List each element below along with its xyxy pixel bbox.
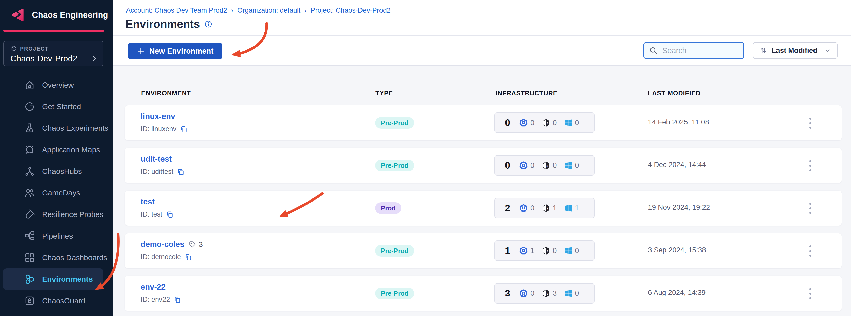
environment-name-link[interactable]: linux-env — [141, 112, 175, 121]
new-environment-button[interactable]: New Environment — [128, 42, 222, 59]
row-menu-kebab-icon[interactable] — [803, 243, 817, 259]
windows-icon — [564, 289, 573, 298]
environment-type-badge: Pre-Prod — [375, 117, 414, 129]
row-menu-kebab-icon[interactable] — [803, 286, 817, 301]
network-icon — [24, 166, 35, 177]
sidebar-item-label: Get Started — [42, 102, 81, 111]
sidebar-item-label: Resilience Probes — [42, 210, 103, 219]
copy-icon[interactable] — [166, 211, 174, 218]
table-rows: linux-env ID: linuxenv Pre-Prod — [125, 105, 842, 316]
sort-dropdown[interactable]: Last Modified — [753, 42, 838, 59]
new-environment-button-label: New Environment — [149, 47, 213, 55]
sidebar-item-get-started[interactable]: Get Started — [0, 96, 113, 117]
breadcrumb-separator: › — [305, 7, 307, 14]
infrastructure-total: 0 — [505, 160, 510, 171]
kubernetes-count: 0 — [530, 289, 534, 297]
chaos-engineering-app: Chaos Engineering PROJE — [0, 0, 868, 316]
column-header-infrastructure: INFRASTRUCTURE — [496, 90, 558, 97]
test-tube-icon — [24, 209, 35, 220]
windows-icon — [564, 161, 573, 170]
environment-name-link[interactable]: udit-test — [141, 154, 172, 164]
row-menu-kebab-icon[interactable] — [803, 201, 817, 216]
search-icon — [649, 46, 658, 55]
linux-infra-icon: $ — [541, 204, 551, 213]
environments-list: ENVIRONMENT TYPE INFRASTRUCTURE LAST MOD… — [113, 66, 851, 316]
infrastructure-summary: 0 0 — [494, 112, 595, 133]
svg-text:$: $ — [547, 122, 548, 125]
copy-icon[interactable] — [174, 296, 181, 304]
content-right-gutter — [851, 0, 868, 316]
breadcrumb-separator: › — [231, 7, 233, 14]
sidebar-item-chaoshubs[interactable]: ChaosHubs — [0, 161, 113, 182]
project-selector[interactable]: PROJECT Chaos-Dev-Prod2 — [3, 40, 103, 66]
last-modified: 3 Sep 2024, 15:38 — [648, 246, 706, 254]
linux-infra-icon: $ — [541, 246, 551, 255]
sidebar-item-chaosguard[interactable]: ChaosGuard — [0, 290, 113, 311]
last-modified: 4 Dec 2024, 14:44 — [648, 161, 706, 169]
copy-icon[interactable] — [180, 125, 188, 133]
sidebar-item-chaos-dashboards[interactable]: Chaos Dashboards — [0, 247, 113, 268]
last-modified: 19 Nov 2024, 19:22 — [648, 203, 710, 211]
hexagons-icon — [24, 274, 35, 285]
target-icon — [24, 144, 35, 155]
toolbar: New Environment Last Modified — [113, 36, 851, 66]
breadcrumb-account[interactable]: Account: Chaos Dev Team Prod2 — [126, 7, 227, 15]
environment-name-link[interactable]: demo-coles — [141, 240, 184, 249]
linux-count: 0 — [553, 247, 557, 255]
chevron-down-icon — [824, 47, 832, 54]
search-box — [643, 42, 744, 59]
plus-icon — [137, 47, 145, 55]
infrastructure-summary: 2 0 — [494, 198, 595, 218]
sort-arrows-icon — [759, 46, 768, 55]
environment-row[interactable]: linux-env ID: linuxenv Pre-Prod — [125, 105, 842, 140]
sidebar-item-gamedays[interactable]: GameDays — [0, 182, 113, 204]
kubernetes-count: 1 — [530, 247, 534, 255]
sidebar-item-resilience-probes[interactable]: Resilience Probes — [0, 204, 113, 225]
environment-id: ID: env22 — [141, 296, 170, 304]
environment-id: ID: test — [141, 210, 162, 218]
column-header-environment: ENVIRONMENT — [141, 90, 191, 97]
row-menu-kebab-icon[interactable] — [803, 115, 817, 131]
chevron-right-icon — [90, 55, 98, 62]
environment-row[interactable]: test ID: test Prod — [125, 191, 842, 226]
environment-row[interactable]: udit-test ID: udittest Pre-Prod — [125, 148, 842, 183]
environment-row[interactable]: demo-coles 3 ID: democole — [125, 233, 842, 268]
column-header-type: TYPE — [375, 90, 393, 97]
sidebar-item-label: Overview — [42, 81, 74, 89]
windows-count: 0 — [575, 247, 579, 255]
breadcrumb-project[interactable]: Project: Chaos-Dev-Prod2 — [311, 7, 391, 15]
search-input[interactable] — [662, 46, 760, 55]
flask-icon — [24, 123, 35, 134]
environment-type-badge: Prod — [375, 202, 401, 214]
kubernetes-icon — [519, 161, 528, 170]
sidebar-item-pipelines[interactable]: Pipelines — [0, 225, 113, 247]
breadcrumb-organization[interactable]: Organization: default — [237, 7, 301, 15]
linux-infra-icon: $ — [541, 161, 551, 170]
kubernetes-icon — [519, 203, 528, 213]
row-menu-kebab-icon[interactable] — [803, 158, 817, 173]
sidebar-item-environments[interactable]: Environments — [3, 268, 103, 290]
environment-type-badge: Pre-Prod — [375, 160, 414, 171]
windows-icon — [564, 246, 573, 255]
copy-icon[interactable] — [185, 253, 192, 261]
people-icon — [24, 187, 35, 199]
environment-name-link[interactable]: env-22 — [141, 283, 165, 292]
infrastructure-total: 0 — [505, 117, 510, 128]
breadcrumb: Account: Chaos Dev Team Prod2 › Organiza… — [126, 7, 391, 15]
dashboard-icon — [24, 252, 35, 263]
environment-id: ID: democole — [141, 253, 181, 261]
windows-count: 0 — [575, 289, 579, 297]
brand-underline — [3, 30, 104, 32]
info-icon[interactable] — [204, 20, 212, 28]
environment-name-link[interactable]: test — [141, 197, 155, 206]
page-header: Account: Chaos Dev Team Prod2 › Organiza… — [113, 0, 851, 35]
project-label: PROJECT — [20, 46, 49, 52]
environment-row[interactable]: env-22 ID: env22 Pre-Prod — [125, 276, 842, 311]
home-icon — [24, 80, 35, 91]
cube-icon — [10, 45, 18, 52]
sidebar-item-chaos-experiments[interactable]: Chaos Experiments — [0, 117, 113, 139]
copy-icon[interactable] — [177, 168, 185, 176]
sidebar-item-overview[interactable]: Overview — [0, 74, 113, 96]
svg-text:$: $ — [547, 250, 548, 253]
sidebar-item-application-maps[interactable]: Application Maps — [0, 139, 113, 161]
